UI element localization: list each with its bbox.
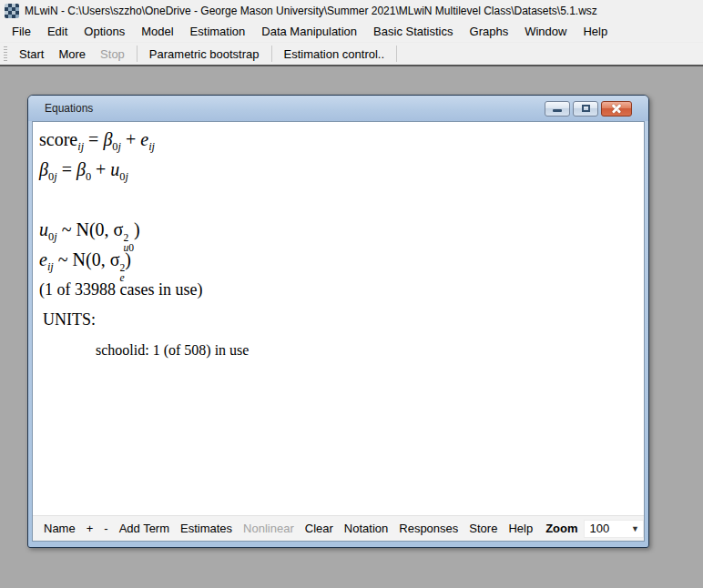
maximize-button[interactable]: [573, 101, 598, 117]
close-button[interactable]: [601, 101, 632, 117]
equations-toolbar: Name + - Add Term Estimates Nonlinear Cl…: [33, 515, 644, 541]
menu-item-estimation[interactable]: Estimation: [182, 22, 254, 41]
menu-item-edit[interactable]: Edit: [39, 22, 76, 41]
equations-body: scoreij = β0j + eijβ0j = β0 + u0j u0j ~ …: [32, 121, 645, 542]
eq-button-help[interactable]: Help: [503, 519, 538, 538]
eq-button-nonlinear: Nonlinear: [238, 519, 300, 538]
menubar: File Edit Options Model Estimation Data …: [0, 21, 703, 43]
eq-button-store[interactable]: Store: [464, 519, 503, 538]
toolbar-separator: [137, 46, 138, 62]
eq-button-clear[interactable]: Clear: [300, 519, 339, 538]
zoom-level-select[interactable]: 100 ▼: [584, 520, 644, 538]
main-titlebar[interactable]: MLwiN - C:\Users\szzho\OneDrive - George…: [0, 0, 703, 21]
eq-button-name[interactable]: Name: [38, 519, 81, 538]
eq-button-add-term[interactable]: Add Term: [114, 519, 175, 538]
mdi-client-area: Equations scoreij = β0j + eijβ0j = β0 + …: [0, 65, 703, 586]
minimize-icon: [553, 109, 562, 112]
window-title: MLwiN - C:\Users\szzho\OneDrive - George…: [25, 5, 597, 17]
equation-line: schoolid: 1 (of 508) in use: [39, 335, 644, 365]
equations-titlebar[interactable]: Equations: [28, 96, 648, 121]
equation-line[interactable]: scoreij = β0j + eij: [39, 125, 644, 155]
zoom-value: 100: [590, 522, 610, 535]
eq-button-responses[interactable]: Responses: [393, 519, 464, 538]
zoom-label: Zoom: [538, 519, 581, 538]
menu-item-help[interactable]: Help: [575, 22, 616, 41]
toolbar-button-more[interactable]: More: [51, 45, 93, 64]
toolbar-button-estimation-control[interactable]: Estimation control..: [277, 45, 392, 64]
menu-item-window[interactable]: Window: [516, 22, 575, 41]
main-toolbar: Start More Stop Parametric bootstrap Est…: [0, 43, 703, 65]
eq-button-estimates[interactable]: Estimates: [175, 519, 238, 538]
equation-line: UNITS:: [39, 305, 644, 335]
equation-spacer: [39, 185, 644, 215]
equations-window-title: Equations: [45, 102, 545, 115]
app-icon: [5, 4, 19, 18]
chevron-down-icon: ▼: [631, 524, 639, 533]
equation-line[interactable]: β0j = β0 + u0j: [39, 155, 644, 185]
eq-button-plus[interactable]: +: [81, 519, 99, 538]
menu-item-file[interactable]: File: [4, 22, 39, 41]
equation-line[interactable]: eij ~ N(0, σ2e): [39, 245, 644, 275]
toolbar-separator: [271, 46, 272, 62]
menu-item-graphs[interactable]: Graphs: [462, 22, 517, 41]
menu-item-model[interactable]: Model: [133, 22, 181, 41]
menu-item-options[interactable]: Options: [76, 22, 133, 41]
close-icon: [611, 103, 622, 114]
equation-line[interactable]: u0j ~ N(0, σ2u0): [39, 215, 644, 245]
eq-button-minus[interactable]: -: [98, 519, 113, 538]
caption-buttons: [545, 101, 647, 117]
maximize-icon: [582, 105, 590, 112]
eq-button-notation[interactable]: Notation: [339, 519, 393, 538]
equations-content: scoreij = β0j + eijβ0j = β0 + u0j u0j ~ …: [33, 122, 644, 515]
toolbar-grip-icon[interactable]: [4, 46, 7, 61]
equations-window: Equations scoreij = β0j + eijβ0j = β0 + …: [27, 95, 649, 548]
mlwin-main-window: MLwiN - C:\Users\szzho\OneDrive - George…: [0, 0, 703, 586]
minimize-button[interactable]: [545, 101, 570, 117]
menu-item-data-manipulation[interactable]: Data Manipulation: [253, 22, 365, 41]
toolbar-button-start[interactable]: Start: [12, 45, 51, 64]
toolbar-button-stop: Stop: [93, 45, 132, 64]
toolbar-separator: [396, 46, 397, 62]
toolbar-button-parametric-bootstrap[interactable]: Parametric bootstrap: [142, 45, 267, 64]
equation-line: (1 of 33988 cases in use): [39, 275, 644, 305]
menu-item-basic-statistics[interactable]: Basic Statistics: [365, 22, 461, 41]
